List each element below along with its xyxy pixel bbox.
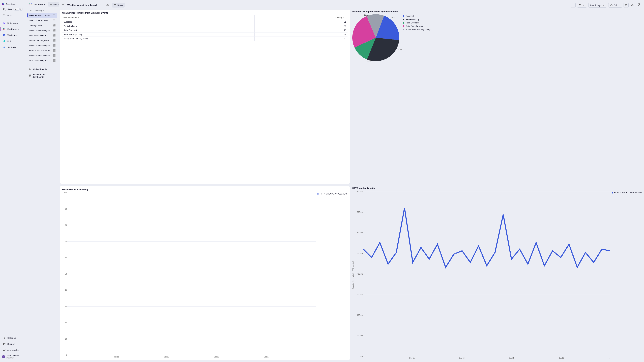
svg-point-4 [5,14,6,14]
svg-rect-69 [29,68,30,69]
grid-icon [53,59,56,62]
tile-table[interactable]: Weather Descriptions from Synthetic Even… [60,9,350,184]
scroll-right-icon[interactable]: → [608,357,610,359]
svg-rect-79 [62,4,64,6]
user-name: Jacek Janowicz [6,354,20,357]
scroll-left-icon[interactable]: ← [363,357,365,359]
help-button[interactable] [636,2,641,7]
topbar: Weather report dashboard Share Last 7 da… [60,1,642,9]
dashboard-item[interactable]: Network availability monit… [27,43,57,48]
chart-legend: HTTP_CHECK…A89EB1DB45 [317,192,348,358]
nav-notebooks[interactable]: Notebooks [1,20,24,26]
layout-dropdown[interactable] [577,3,587,7]
svg-point-82 [100,5,101,5]
legend-item[interactable]: Snow, Rain, Partially cloudy [403,28,430,31]
svg-rect-50 [54,39,55,40]
tile-title: HTTP Monitor Duration [352,187,642,189]
table-row[interactable]: Rain, Partially cloudy49 [62,32,348,37]
scroll-right-icon[interactable]: → [314,356,316,358]
dashboard-item[interactable]: Network availability monit… [27,53,57,58]
table-row[interactable]: Overcast31 [62,20,348,24]
tile-pie[interactable]: Weather Descriptions from Synthetic Even… [352,9,642,184]
tile-availability[interactable]: HTTP Monitor Availability 10090807060504… [60,186,350,361]
legend-swatch [403,25,404,27]
dashboards-small-icon [29,3,32,6]
all-dashboards-link[interactable]: All dashboards [26,66,58,72]
nav-apps[interactable]: Apps [1,12,24,18]
svg-point-3 [4,14,5,14]
brand[interactable]: Dynatrace [0,2,26,6]
plus-icon [50,3,52,6]
auto-refresh-dropdown[interactable]: Off [608,3,622,7]
svg-rect-16 [3,29,4,30]
legend-item[interactable]: Overcast [403,15,430,17]
svg-point-26 [4,344,5,344]
legend-item[interactable]: Rain, Partially cloudy [403,25,430,27]
legend-item[interactable]: Rain, Overcast [403,21,430,24]
dashboard-item[interactable]: ActiveGate diagnostic over… [27,38,57,43]
dashboard-item[interactable]: Kubernetes Namespace - … [27,48,57,53]
tile-duration[interactable]: HTTP Monitor Duration Duration (by locat… [352,186,642,361]
svg-rect-56 [54,45,55,46]
workflows-icon [3,34,6,36]
table-row[interactable]: Snow, Rain, Partially cloudy20 [62,37,348,41]
nav-hub[interactable]: Hub [1,38,24,44]
toggle-panel-button[interactable] [61,3,66,8]
dashboard-item[interactable]: Weather report dashboard [27,13,57,18]
share-icon [114,4,116,6]
add-tile-button[interactable] [570,3,576,8]
svg-point-36 [54,19,55,20]
svg-rect-63 [53,56,54,56]
col-count[interactable]: count()▲▼⌄ [255,15,348,20]
legend-swatch [403,29,404,30]
svg-rect-68 [54,61,55,61]
dashboard-item[interactable]: Web availability and perfo… [27,58,57,63]
col-conditions[interactable]: days.conditions▲▼⌄ [62,15,254,20]
pie-legend: OvercastPartially cloudyRain, OvercastRa… [403,14,430,31]
table-row[interactable]: Rain, Overcast18 [62,28,348,32]
svg-rect-65 [53,59,54,60]
dashboard-item-name: ActiveGate diagnostic over… [29,39,52,42]
scroll-left-icon[interactable]: ← [67,356,69,358]
nav-collapse[interactable]: Collapse [1,335,24,341]
svg-rect-53 [53,44,54,45]
nav-dashboards[interactable]: Dashboards [1,26,24,32]
nav-workflows[interactable]: Workflows [1,32,24,38]
share-button[interactable]: Share [112,3,125,7]
dashboard-side-panel: Dashboards Dashboard Upload Last opened … [26,0,59,362]
refresh-button[interactable] [624,3,628,8]
svg-point-25 [3,343,5,345]
history-button[interactable] [630,3,635,8]
svg-rect-13 [4,23,5,23]
nav-search[interactable]: Search CtrlK [1,6,24,12]
nav-app-insights[interactable]: App insights [1,347,24,353]
svg-rect-61 [53,54,54,55]
dashboard-item[interactable]: Network availability monit… [27,28,57,33]
sync-button[interactable] [105,3,110,8]
ready-made-link[interactable]: Ready-made dashboards [26,72,58,79]
nav-user[interactable]: J Jacek Janowicz dva18020 [0,353,26,360]
dashboard-item[interactable]: Read content value [27,18,57,23]
nav-synthetic[interactable]: Synthetic [1,44,24,50]
tiles-grid: Weather Descriptions from Synthetic Even… [60,9,642,360]
more-menu-button[interactable] [98,3,104,8]
tab-dashboards[interactable]: Dashboards [28,2,47,7]
svg-rect-74 [30,75,31,75]
table-row[interactable]: Partially cloudy50 [62,24,348,28]
dashboard-list: Weather report dashboardRead content val… [26,13,58,63]
dashboard-item[interactable]: Getting started [27,23,57,28]
svg-rect-43 [53,30,54,31]
svg-rect-57 [53,49,54,50]
legend-item[interactable]: Partially cloudy [403,18,430,20]
nav-support[interactable]: Support [1,341,24,347]
grid-icon [53,39,56,42]
weather-table: days.conditions▲▼⌄ count()▲▼⌄ Overcast31… [62,15,348,41]
dashboard-item[interactable]: Web availability and perfo… [27,33,57,38]
support-label: Support [8,343,15,345]
svg-rect-21 [4,35,5,36]
collapse-label: Collapse [8,337,16,339]
grid-small-icon [28,74,31,77]
refresh-off-icon [610,4,613,6]
timeframe-dropdown[interactable]: Last 7 days [588,3,607,7]
shared-icon [53,14,56,16]
